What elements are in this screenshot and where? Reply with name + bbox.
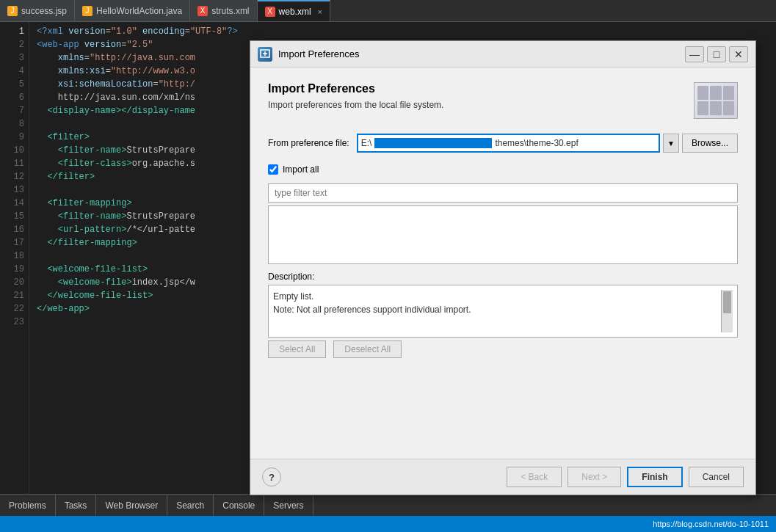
- panel-tab-servers[interactable]: Servers: [264, 495, 313, 516]
- panel-tab-webbrowser[interactable]: Web Browser: [96, 495, 167, 516]
- code-line-1: <?xml version="1.0" encoding="UTF-8"?>: [37, 25, 769, 38]
- line-num-14: 14: [4, 197, 24, 210]
- line-num-13: 13: [4, 183, 24, 197]
- tab-icon-struts: X: [197, 6, 208, 16]
- file-path-suffix: themes\theme-30.epf: [495, 138, 578, 148]
- img-cell-4: [697, 101, 708, 115]
- tab-label-success-jsp: success.jsp: [21, 6, 67, 16]
- description-scrollbar[interactable]: [721, 290, 733, 332]
- line-num-12: 12: [4, 170, 24, 183]
- file-path-input[interactable]: E:\ ​ themes\theme-30.epf: [357, 134, 660, 153]
- dialog-titlebar-text: Import Preferences: [278, 48, 685, 59]
- back-button[interactable]: < Back: [507, 467, 562, 487]
- img-cell-6: [723, 101, 734, 115]
- desc-line2: Note: Not all preferences support indivi…: [273, 303, 721, 316]
- dialog-header-section: Import Preferences Import preferences fr…: [268, 82, 738, 119]
- img-cell-1: [697, 86, 708, 100]
- from-preference-row: From preference file: E:\ ​ themes\theme…: [268, 134, 738, 153]
- line-num-9: 9: [4, 131, 24, 144]
- line-num-8: 8: [4, 117, 24, 131]
- scrollbar-thumb: [723, 291, 731, 313]
- tab-icon-web-xml: X: [265, 7, 275, 17]
- line-num-5: 5: [4, 78, 24, 91]
- dialog-content: Import Preferences Import preferences fr…: [250, 68, 755, 459]
- import-all-checkbox[interactable]: [268, 164, 278, 175]
- panel-tab-tasks[interactable]: Tasks: [56, 495, 97, 516]
- line-num-3: 3: [4, 51, 24, 65]
- file-input-combo: E:\ ​ themes\theme-30.epf ▼ Browse...: [357, 134, 738, 153]
- dialog-header-image: [694, 82, 738, 119]
- description-box: Empty list. Note: Not all preferences su…: [268, 285, 738, 338]
- line-num-22: 22: [4, 302, 24, 316]
- panel-tab-console-label: Console: [222, 500, 255, 511]
- select-all-button[interactable]: Select All: [268, 340, 326, 358]
- status-url: https://blog.csdn.net/do-10-1011: [653, 520, 769, 528]
- select-deselect-row: Select All Deselect All: [268, 340, 738, 358]
- panel-tab-search-label: Search: [176, 500, 204, 511]
- dialog-titlebar: Import Preferences — □ ✕: [250, 41, 755, 68]
- line-num-10: 10: [4, 144, 24, 157]
- line-num-11: 11: [4, 157, 24, 170]
- dialog-heading: Import Preferences: [268, 82, 694, 95]
- panel-tab-search[interactable]: Search: [167, 495, 214, 516]
- dialog-icon: [258, 47, 272, 62]
- dialog-header-text: Import Preferences Import preferences fr…: [268, 82, 694, 110]
- panel-tab-servers-label: Servers: [273, 500, 303, 511]
- tab-success-jsp[interactable]: J success.jsp: [0, 0, 75, 21]
- dialog-maximize-button[interactable]: □: [707, 46, 726, 62]
- line-num-16: 16: [4, 223, 24, 236]
- tab-bar: J success.jsp J HelloWorldAction.java X …: [0, 0, 776, 22]
- import-all-label[interactable]: Import all: [283, 164, 319, 175]
- tab-struts-xml[interactable]: X struts.xml: [190, 0, 257, 21]
- panel-tab-tasks-label: Tasks: [65, 500, 87, 511]
- tab-helloworld-java[interactable]: J HelloWorldAction.java: [75, 0, 190, 21]
- bottom-panel: Problems Tasks Web Browser Search Consol…: [0, 494, 776, 516]
- line-num-23: 23: [4, 316, 24, 329]
- line-num-17: 17: [4, 236, 24, 249]
- file-path-selected: ​: [374, 138, 492, 148]
- tab-web-xml[interactable]: X web.xml ×: [258, 0, 330, 21]
- line-num-2: 2: [4, 38, 24, 51]
- line-num-1: 1: [4, 25, 24, 38]
- description-text: Empty list. Note: Not all preferences su…: [273, 290, 721, 332]
- panel-tab-problems[interactable]: Problems: [0, 495, 56, 516]
- tab-label-helloworld: HelloWorldAction.java: [96, 6, 182, 16]
- from-label: From preference file:: [268, 138, 349, 148]
- line-num-20: 20: [4, 276, 24, 289]
- dialog-minimize-button[interactable]: —: [685, 46, 704, 62]
- preferences-list[interactable]: [268, 205, 738, 264]
- file-dropdown-arrow[interactable]: ▼: [663, 134, 679, 153]
- next-button[interactable]: Next >: [568, 467, 621, 487]
- img-cell-3: [723, 86, 734, 100]
- dialog-subtext: Import preferences from the local file s…: [268, 100, 694, 110]
- file-path-prefix: E:\: [361, 138, 372, 148]
- filter-input[interactable]: [268, 183, 738, 203]
- tab-icon-helloworld: J: [82, 6, 93, 16]
- line-num-18: 18: [4, 249, 24, 263]
- panel-tab-webbrowser-label: Web Browser: [105, 500, 158, 511]
- cancel-button[interactable]: Cancel: [689, 467, 744, 487]
- line-numbers: 1 2 3 4 5 6 7 8 9 10 11 12 13 14 15 16 1…: [0, 22, 29, 494]
- line-num-6: 6: [4, 91, 24, 104]
- desc-line1: Empty list.: [273, 290, 721, 303]
- img-cell-2: [710, 86, 721, 100]
- tab-label-struts: struts.xml: [211, 6, 249, 16]
- line-num-7: 7: [4, 104, 24, 117]
- description-label: Description:: [268, 272, 738, 282]
- tab-close-web-xml[interactable]: ×: [318, 7, 322, 16]
- panel-tab-console[interactable]: Console: [214, 495, 264, 516]
- line-num-21: 21: [4, 289, 24, 302]
- import-preferences-dialog: Import Preferences — □ ✕ Import Preferen…: [250, 40, 756, 495]
- line-num-15: 15: [4, 210, 24, 223]
- status-bar: https://blog.csdn.net/do-10-1011: [0, 516, 776, 532]
- deselect-all-button[interactable]: Deselect All: [333, 340, 402, 358]
- browse-button[interactable]: Browse...: [682, 134, 738, 153]
- dialog-footer: ? < Back Next > Finish Cancel: [250, 459, 755, 495]
- import-all-row: Import all: [268, 164, 738, 175]
- help-button[interactable]: ?: [262, 467, 281, 487]
- dialog-close-button[interactable]: ✕: [729, 46, 748, 62]
- line-num-4: 4: [4, 65, 24, 78]
- finish-button[interactable]: Finish: [627, 467, 682, 487]
- img-cell-5: [710, 101, 721, 115]
- tab-icon-success-jsp: J: [7, 6, 18, 16]
